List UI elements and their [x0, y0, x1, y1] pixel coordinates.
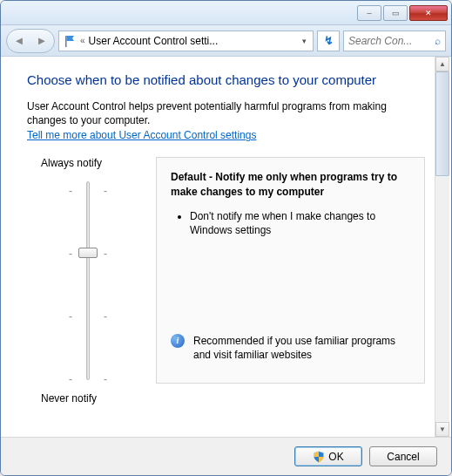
slider-thumb[interactable] — [78, 248, 98, 258]
description-bullets: Don't notify me when I make changes to W… — [190, 209, 410, 237]
ok-button-label: OK — [328, 451, 343, 463]
scroll-down-button[interactable]: ▼ — [435, 422, 449, 437]
breadcrumb-text: User Account Control setti... — [89, 35, 296, 47]
maximize-icon: ▭ — [392, 9, 400, 17]
titlebar: – ▭ ✕ — [1, 1, 451, 25]
page-heading: Choose when to be notified about changes… — [27, 72, 425, 87]
bottom-bar: OK Cancel — [1, 437, 451, 475]
flag-icon — [63, 34, 77, 48]
svg-rect-0 — [65, 36, 67, 47]
scroll-up-button[interactable]: ▲ — [435, 57, 449, 71]
slider-column: Always notify -- -- -- -- Never notify — [36, 157, 140, 405]
control-panel-window: – ▭ ✕ ◄ ► « User Account Control setti..… — [0, 0, 452, 476]
close-icon: ✕ — [425, 9, 432, 17]
back-button[interactable]: ◄ — [8, 31, 30, 51]
slider-tick: -- — [69, 310, 107, 323]
minimize-icon: – — [367, 9, 371, 17]
recommendation-text: Recommended if you use familiar programs… — [193, 334, 410, 362]
slider-tick: -- — [69, 373, 107, 385]
refresh-button[interactable]: ↯ — [317, 31, 340, 51]
close-button[interactable]: ✕ — [409, 5, 448, 21]
description-panel: Default - Notify me only when programs t… — [156, 157, 425, 384]
description-title: Default - Notify me only when programs t… — [171, 170, 410, 198]
slider-label-top: Always notify — [41, 157, 140, 169]
scroll-thumb[interactable] — [435, 71, 449, 176]
address-dropdown-icon[interactable]: ▾ — [300, 37, 309, 45]
forward-button[interactable]: ► — [30, 31, 53, 51]
cancel-button[interactable]: Cancel — [369, 446, 437, 466]
slider-label-bottom: Never notify — [41, 392, 140, 405]
intro-text: User Account Control helps prevent poten… — [27, 99, 425, 127]
search-box[interactable]: ⌕ — [343, 31, 446, 51]
toolbar: ◄ ► « User Account Control setti... ▾ ↯ … — [1, 25, 451, 57]
cancel-button-label: Cancel — [387, 451, 419, 463]
breadcrumb-chevron-icon: « — [80, 36, 85, 45]
search-input[interactable] — [348, 35, 433, 47]
vertical-scrollbar[interactable]: ▲ ▼ — [435, 57, 449, 437]
description-bullet: Don't notify me when I make changes to W… — [190, 209, 410, 237]
slider-tick: -- — [69, 185, 107, 197]
slider-track-line — [86, 181, 90, 380]
minimize-button[interactable]: – — [357, 5, 381, 21]
slider-track[interactable]: -- -- -- -- — [36, 176, 140, 385]
maximize-button[interactable]: ▭ — [383, 5, 408, 21]
refresh-icon: ↯ — [324, 34, 334, 47]
info-icon: i — [171, 334, 185, 348]
shield-icon — [313, 451, 325, 463]
nav-buttons: ◄ ► — [6, 29, 55, 53]
content-area: Choose when to be notified about changes… — [1, 57, 451, 437]
main-row: Always notify -- -- -- -- Never notify D… — [27, 157, 425, 405]
ok-button[interactable]: OK — [294, 446, 362, 466]
search-icon: ⌕ — [435, 35, 441, 47]
address-bar[interactable]: « User Account Control setti... ▾ — [58, 31, 314, 51]
help-link[interactable]: Tell me more about User Account Control … — [27, 129, 256, 141]
recommendation-row: i Recommended if you use familiar progra… — [171, 334, 410, 362]
